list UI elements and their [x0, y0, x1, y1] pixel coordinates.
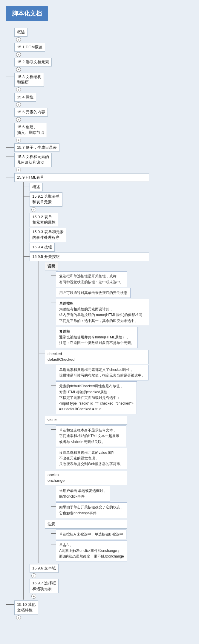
onclick-explain-1: 当用户单击 单选或复选框时，触发onclick事件 — [56, 486, 110, 501]
list-item: 设置单选和复选框元素的value属性不改变元素的视觉表现，只改变表单提交到Web… — [51, 448, 127, 469]
expand-btn[interactable]: + — [16, 102, 21, 107]
list-item: 单选和复选框本身不显示任何文本，它们通常和相邻的HTML文本一起显示，或者与 <… — [51, 425, 127, 447]
list-item: 15.9.1 选取表单和表单元素 + — [24, 192, 149, 212]
connector — [51, 292, 56, 292]
expand-btn[interactable]: + — [16, 615, 21, 620]
connector — [51, 506, 56, 507]
list-item: 单击A，A元素上触发onclick事件和onchange；而B的状态虽然改变，带… — [51, 540, 127, 562]
node-15-5[interactable]: 15.5 元素的内容 — [14, 108, 48, 117]
node-content: 概述 + — [14, 28, 27, 42]
connector — [24, 256, 30, 257]
list-item: checkeddefaultChecked 单选元素和复选框元素都定义了chec… — [39, 350, 149, 415]
node-note[interactable]: 注意 — [45, 520, 127, 529]
node-15-9-3[interactable]: 15.9.3 表单和元素的事件处理程序 — [30, 228, 66, 242]
node-15-10[interactable]: 15.10 其他文档特性 — [14, 600, 38, 615]
node-15-9-7[interactable]: 15.9.7 选择框和选项元素 — [30, 579, 59, 593]
node-gaishu[interactable]: 概述 — [14, 28, 27, 37]
connector — [24, 247, 30, 247]
connector — [6, 112, 14, 112]
connector — [39, 266, 45, 266]
connector — [51, 544, 56, 544]
connector — [51, 533, 56, 534]
node-15-9[interactable]: 15.9 HTML表单 — [14, 173, 149, 182]
node-15-8[interactable]: 15.8 文档和元素的几何形状和滚动 — [14, 153, 52, 167]
connector — [6, 157, 14, 157]
node-15-7[interactable]: 15.7 例子：生成目录表 — [14, 143, 59, 152]
node-onclick-container: onclickonchange 当用户单击 单选或复选框时，触发onclick事… — [45, 471, 127, 519]
list-item: 15.9.5 开关按钮 说明 — [24, 253, 149, 564]
list-item: 15.2 选取文档元素 + — [6, 58, 196, 72]
connector — [24, 217, 30, 217]
node-note-container: 注意 单选按钮A 未被选中，单选按钮B 被选中 单击A， — [45, 520, 127, 563]
list-item: 15.3 文档结构和遍历 + — [6, 73, 196, 92]
node-content: 15.9.6 文本域 + — [30, 564, 59, 578]
list-item: 15.9.4 按钮 — [24, 243, 149, 252]
node-checked[interactable]: checkeddefaultChecked — [45, 350, 149, 364]
expand-btn[interactable]: + — [16, 117, 21, 122]
node-15-6[interactable]: 15.6 创建、插入、删除节点 — [14, 123, 47, 137]
list-item: 概述 + — [6, 28, 196, 42]
list-item: 15.6 创建、插入、删除节点 + — [6, 123, 196, 143]
list-item: 当用户单击 单选或复选框时，触发onclick事件 — [51, 486, 127, 501]
expand-btn[interactable]: + — [16, 67, 21, 72]
checked-explain-2: 元素的defaultChecked属性也是布尔值，对应HTML标签的checke… — [56, 381, 137, 414]
list-item: 注意 单选按钮A 未被选中，单选按钮B 被选中 单击A， — [39, 520, 149, 563]
node-15-9-5-container: 15.9.5 开关按钮 说明 — [30, 253, 149, 564]
list-item: 15.9 HTML表单 概述 15.9.1 选取表单和表单元素 + — [6, 173, 196, 600]
connector — [51, 303, 56, 303]
list-item: 概述 — [24, 183, 149, 191]
expand-btn[interactable]: + — [16, 87, 21, 92]
list-item: value 单选和复选框本身不显示任何文本，它们通常和相邻的HTML文本一起显示… — [39, 416, 149, 470]
list-item: 15.7 例子：生成目录表 — [6, 143, 196, 152]
list-item: 15.8 文档和元素的几何形状和滚动 + — [6, 153, 196, 172]
node-15-9-1[interactable]: 15.9.1 选取表单和表单元素 — [30, 192, 62, 207]
node-15-9-container: 15.9 HTML表单 概述 15.9.1 选取表单和表单元素 + — [14, 173, 149, 600]
page-title: 脚本化文档 — [6, 6, 48, 21]
expand-btn[interactable]: + — [16, 52, 21, 57]
node-15-9-4[interactable]: 15.9.4 按钮 — [30, 243, 55, 252]
node-15-3[interactable]: 15.3 文档结构和遍历 — [14, 73, 44, 87]
node-15-9-5[interactable]: 15.9.5 开关按钮 — [30, 253, 149, 261]
expand-btn[interactable]: + — [31, 207, 36, 212]
connector — [6, 97, 14, 97]
connector — [39, 475, 45, 475]
connector — [51, 452, 56, 452]
list-item: 单选按钮A 未被选中，单选按钮B 被选中 — [51, 530, 127, 539]
node-15-1[interactable]: 15.1 DOM概览 — [14, 43, 45, 52]
node-content: 15.3 文档结构和遍历 + — [14, 73, 44, 92]
expand-btn[interactable]: + — [31, 573, 36, 578]
connector — [51, 490, 56, 490]
node-checked-container: checkeddefaultChecked 单选元素和复选框元素都定义了chec… — [45, 350, 149, 415]
connector — [6, 77, 14, 77]
node-content: 15.9.7 选择框和选项元素 + — [30, 579, 59, 599]
expand-btn[interactable]: + — [31, 594, 36, 599]
node-15-9-6[interactable]: 15.9.6 文本域 — [30, 564, 59, 573]
expand-btn[interactable]: + — [16, 138, 21, 143]
list-item: 15.9.7 选择框和选项元素 + — [24, 579, 149, 599]
value-explain-group: 单选和复选框本身不显示任何文本，它们通常和相邻的HTML文本一起显示，或者与 <… — [51, 425, 127, 470]
node-15-9-gaishu[interactable]: 概述 — [30, 183, 43, 191]
list-item: 15.9.6 文本域 + — [24, 564, 149, 578]
list-item: 15.4 属性 + — [6, 93, 196, 107]
expand-btn[interactable]: + — [16, 37, 21, 42]
node-onclick[interactable]: onclickonchange — [45, 471, 127, 485]
connector — [39, 524, 45, 524]
node-15-9-2[interactable]: 15.9.2 表单和元素的属性 — [30, 213, 58, 227]
connector — [24, 187, 30, 187]
explain-text-3: 单选按钮为整组有相关性的元素而设计的，组内所有的单选按钮的 name(HTML属… — [56, 299, 149, 326]
node-shuoming[interactable]: 说明 — [45, 262, 58, 271]
node-value[interactable]: value — [45, 416, 127, 425]
explain-group: 复选框和单选按钮是开关按钮，或称有两种视觉状态的按钮：选中或未选中。 用户可以通… — [51, 270, 149, 349]
connector — [24, 583, 30, 583]
node-content: 说明 复选框和单选按钮是开关按钮，或称有两种视觉状态的按钮：选中或未选中。 — [45, 262, 149, 349]
note-explain-2: 单击A，A元素上触发onclick事件和onchange；而B的状态虽然改变，带… — [56, 540, 127, 562]
node-content: 15.2 选取文档元素 + — [14, 58, 52, 72]
note-explain-group: 单选按钮A 未被选中，单选按钮B 被选中 单击A，A元素上触发onclick事件… — [51, 529, 127, 563]
checked-explain-group: 单选元素和复选框元素都定义了checked属性，该属性是可读写的布尔值，指定元素… — [51, 364, 149, 415]
node-content: 15.4 属性 + — [14, 93, 36, 107]
expand-btn[interactable]: + — [16, 168, 21, 172]
children-15-9: 概述 15.9.1 选取表单和表单元素 + 15.9.2 表单和元素的属性 — [23, 182, 149, 600]
node-value-container: value 单选和复选框本身不显示任何文本，它们通常和相邻的HTML文本一起显示… — [45, 416, 127, 470]
node-15-4[interactable]: 15.4 属性 — [14, 93, 36, 102]
node-15-2[interactable]: 15.2 选取文档元素 — [14, 58, 52, 66]
